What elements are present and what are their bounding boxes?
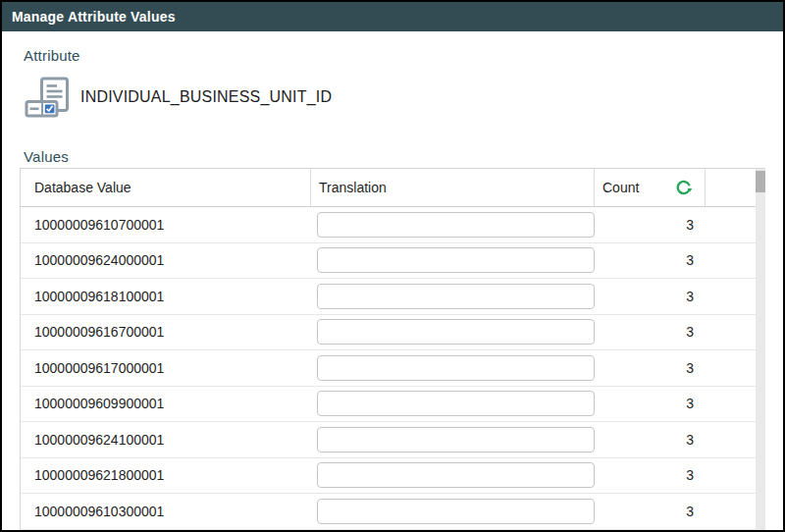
table-row: 10000009624000001 3: [21, 243, 765, 280]
translation-input[interactable]: [317, 499, 595, 524]
table-header-row: Database Value Translation Count: [21, 169, 765, 207]
translation-cell: [311, 319, 595, 345]
table-row: 10000009618100001 3: [21, 279, 765, 315]
count-cell: 3: [595, 217, 706, 233]
translation-input[interactable]: [317, 391, 595, 416]
database-value-cell: 10000009616700001: [21, 324, 311, 340]
table-row: 10000009621800001 3: [21, 458, 765, 495]
count-cell: 3: [595, 289, 706, 304]
database-value-cell: 10000009610300001: [21, 504, 311, 519]
count-header-label: Count: [602, 180, 639, 195]
refresh-icon[interactable]: [675, 179, 693, 196]
count-cell: 3: [595, 396, 706, 411]
translation-input[interactable]: [317, 355, 595, 381]
table-row: 10000009624100001 3: [21, 422, 765, 458]
database-value-cell: 10000009624000001: [21, 252, 311, 268]
panel-title: Manage Attribute Values: [2, 2, 783, 31]
attribute-section-label: Attribute: [24, 47, 80, 64]
database-value-cell: 10000009610700001: [21, 217, 311, 233]
count-cell: 3: [595, 432, 706, 448]
translation-cell: [311, 391, 595, 416]
table-row: 10000009610300001 3: [21, 494, 765, 530]
column-header-database-value: Database Value: [21, 169, 311, 206]
translation-input[interactable]: [317, 427, 595, 452]
translation-input[interactable]: [317, 462, 595, 488]
table-row: 10000009610700001 3: [21, 207, 765, 243]
count-cell: 3: [595, 467, 706, 483]
attribute-name: INDIVIDUAL_BUSINESS_UNIT_ID: [80, 88, 332, 106]
translation-cell: [311, 462, 595, 488]
scrollbar-thumb[interactable]: [756, 171, 765, 192]
database-value-cell: 10000009624100001: [21, 432, 311, 448]
values-section-label: Values: [24, 148, 69, 165]
count-cell: 3: [595, 252, 706, 268]
database-value-cell: 10000009617000001: [21, 360, 311, 376]
manage-attribute-values-panel: Manage Attribute Values Attribute INDIVI…: [0, 0, 785, 532]
translation-cell: [311, 212, 595, 238]
database-value-cell: 10000009609900001: [21, 396, 311, 411]
table-row: 10000009616700001 3: [21, 315, 765, 351]
count-cell: 3: [595, 504, 706, 519]
table-row: 10000009609900001 3: [21, 387, 765, 423]
attribute-icon: [25, 77, 72, 118]
column-header-translation: Translation: [311, 169, 595, 206]
panel-body: Manage Attribute Values Attribute INDIVI…: [2, 2, 783, 530]
count-cell: 3: [595, 324, 706, 340]
translation-cell: [311, 247, 595, 273]
translation-input[interactable]: [317, 284, 595, 309]
translation-cell: [311, 427, 595, 452]
translation-input[interactable]: [317, 247, 595, 273]
database-value-cell: 10000009621800001: [21, 467, 311, 483]
column-header-count: Count: [595, 169, 706, 206]
translation-cell: [311, 284, 595, 309]
translation-input[interactable]: [317, 319, 595, 345]
database-value-cell: 10000009618100001: [21, 289, 311, 304]
translation-cell: [311, 499, 595, 524]
table-row: 10000009617000001 3: [21, 350, 765, 387]
values-table: Database Value Translation Count 1000000…: [20, 168, 765, 530]
translation-input[interactable]: [317, 212, 595, 238]
vertical-scrollbar[interactable]: [756, 169, 765, 530]
table-body: 10000009610700001 3 10000009624000001 3 …: [21, 207, 765, 530]
count-cell: 3: [595, 360, 706, 376]
translation-cell: [311, 355, 595, 381]
